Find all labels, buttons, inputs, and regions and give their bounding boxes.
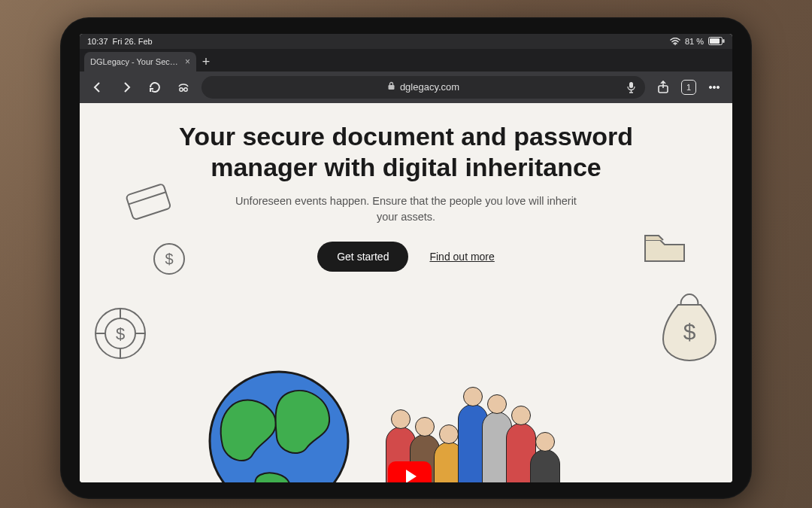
ipad-screen: 10:37 Fri 26. Feb 81 % DGLegacy - Your S… — [80, 34, 732, 482]
find-out-more-link[interactable]: Find out more — [429, 251, 494, 263]
folder-icon — [642, 231, 687, 267]
voice-search-icon[interactable] — [626, 81, 636, 93]
ipad-device: 10:37 Fri 26. Feb 81 % DGLegacy - Your S… — [60, 17, 752, 499]
people-group-icon — [349, 367, 597, 482]
hero-subtitle: Unforeseen events happen. Ensure that th… — [233, 193, 579, 225]
back-button[interactable] — [87, 77, 108, 98]
svg-text:$: $ — [165, 251, 173, 267]
browser-toolbar: dglegacy.com 1 — [80, 71, 732, 103]
browser-tab[interactable]: DGLegacy - Your Secure × — [84, 52, 196, 71]
dollar-coin-icon: $ — [152, 242, 186, 279]
svg-point-11 — [717, 86, 719, 88]
address-bar[interactable]: dglegacy.com — [201, 76, 645, 99]
status-date: Fri 26. Feb — [113, 37, 153, 46]
wifi-icon — [670, 38, 680, 45]
hero-title: Your secure document and password manage… — [165, 121, 647, 184]
lock-icon — [387, 81, 395, 93]
share-button[interactable] — [653, 77, 674, 98]
tab-close-icon[interactable]: × — [185, 56, 190, 67]
tabs-button[interactable]: 1 — [681, 80, 696, 95]
poker-chip-icon: $ — [93, 306, 147, 364]
svg-point-5 — [184, 87, 187, 90]
battery-percent: 81 % — [685, 37, 704, 46]
desk-surface: 10:37 Fri 26. Feb 81 % DGLegacy - Your S… — [0, 0, 812, 508]
svg-point-9 — [709, 86, 711, 88]
webpage-hero: Your secure document and password manage… — [80, 103, 732, 482]
svg-text:$: $ — [116, 324, 125, 343]
hero-illustration — [177, 339, 642, 482]
tab-title: DGLegacy - Your Secure — [90, 57, 180, 66]
browser-tab-strip: DGLegacy - Your Secure × + — [80, 49, 732, 71]
svg-rect-3 — [710, 38, 720, 44]
youtube-play-button[interactable] — [388, 461, 432, 482]
tab-count: 1 — [686, 83, 691, 92]
get-started-button[interactable]: Get started — [317, 242, 408, 272]
svg-point-0 — [674, 44, 676, 45]
forward-button[interactable] — [116, 77, 137, 98]
person-icon — [530, 449, 560, 482]
svg-rect-2 — [723, 39, 725, 43]
svg-rect-7 — [629, 82, 633, 88]
credit-card-icon — [124, 181, 174, 224]
globe-icon — [208, 370, 350, 482]
reload-button[interactable] — [144, 77, 165, 98]
battery-icon — [708, 37, 725, 45]
svg-text:$: $ — [683, 319, 696, 344]
svg-point-10 — [713, 86, 715, 88]
svg-point-4 — [180, 87, 183, 90]
url-text: dglegacy.com — [400, 81, 459, 93]
menu-button[interactable] — [704, 77, 725, 98]
svg-rect-6 — [388, 85, 394, 90]
status-time: 10:37 — [87, 37, 108, 46]
status-bar: 10:37 Fri 26. Feb 81 % — [80, 34, 732, 49]
incognito-icon — [173, 77, 194, 98]
money-bag-icon: $ — [660, 291, 719, 367]
svg-rect-12 — [126, 183, 171, 219]
new-tab-button[interactable]: + — [196, 52, 216, 71]
